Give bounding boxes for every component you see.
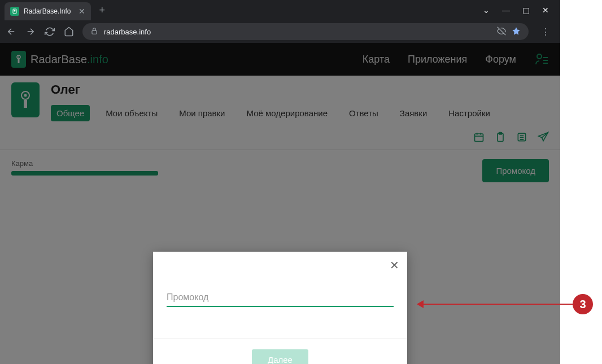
- back-icon[interactable]: [6, 26, 17, 37]
- svg-point-1: [14, 10, 16, 12]
- window-controls: ⌄ — ▢ ✕: [483, 6, 556, 15]
- address-bar-row: radarbase.info ⋮: [0, 20, 560, 43]
- maximize-icon[interactable]: ▢: [522, 6, 530, 15]
- promo-modal: ✕ Далее: [153, 252, 407, 364]
- blank-area: [560, 0, 602, 364]
- close-icon[interactable]: ✕: [390, 258, 399, 272]
- lock-icon: [90, 27, 98, 37]
- favicon-icon: [10, 7, 19, 16]
- url-text: radarbase.info: [104, 28, 491, 36]
- home-icon[interactable]: [63, 26, 75, 37]
- star-icon[interactable]: [512, 27, 521, 37]
- close-icon[interactable]: ✕: [78, 7, 85, 16]
- tab-title: RadarBase.Info: [24, 7, 71, 15]
- eye-off-icon[interactable]: [497, 27, 506, 37]
- browser-tab[interactable]: RadarBase.Info ✕: [5, 2, 91, 20]
- forward-icon[interactable]: [25, 26, 36, 37]
- svg-rect-2: [92, 30, 97, 34]
- tab-bar: RadarBase.Info ✕ + ⌄ — ▢ ✕: [0, 0, 560, 20]
- chevron-down-icon[interactable]: ⌄: [483, 6, 490, 15]
- menu-icon[interactable]: ⋮: [536, 27, 555, 37]
- promo-input[interactable]: [167, 289, 394, 307]
- next-button[interactable]: Далее: [252, 349, 308, 364]
- address-bar[interactable]: radarbase.info: [82, 23, 529, 40]
- browser-chrome: RadarBase.Info ✕ + ⌄ — ▢ ✕: [0, 0, 560, 43]
- new-tab-button[interactable]: +: [95, 5, 108, 16]
- minimize-icon[interactable]: —: [502, 6, 510, 15]
- reload-icon[interactable]: [44, 26, 55, 37]
- window-close-icon[interactable]: ✕: [542, 6, 549, 15]
- page-content: RadarBase.info Карта Приложения Форум: [0, 43, 560, 364]
